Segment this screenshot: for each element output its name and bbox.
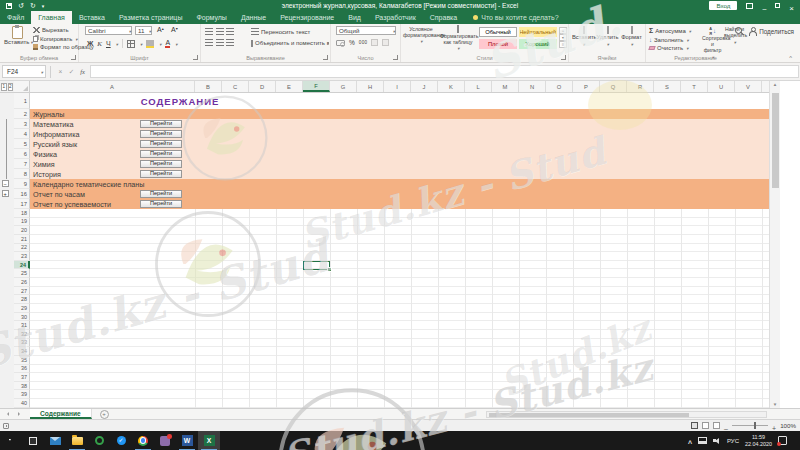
fill-button[interactable]: ↓Заполнить (649, 37, 691, 43)
ribbon-tab-Разметка страницы[interactable]: Разметка страницы (112, 11, 190, 24)
paste-button[interactable]: Вставить (4, 26, 30, 45)
row-header-36[interactable]: 36 (14, 365, 30, 374)
empty-cells[interactable] (30, 321, 769, 330)
column-header-P[interactable]: P (573, 81, 600, 92)
page-break-view-icon[interactable] (713, 422, 720, 429)
row-header-21[interactable]: 21 (14, 235, 30, 244)
column-header-D[interactable]: D (249, 81, 276, 92)
row-header-9[interactable]: 9 (14, 179, 30, 189)
number-format-select[interactable]: Общий (336, 26, 396, 35)
row-header-18[interactable]: 18 (14, 209, 30, 218)
taskbar-chrome-icon[interactable] (132, 431, 154, 450)
column-header-V[interactable]: V (735, 81, 762, 92)
scroll-up-icon[interactable] (770, 82, 780, 87)
share-button[interactable]: Поделиться (748, 27, 794, 35)
empty-cells[interactable] (30, 330, 769, 339)
row-header-23[interactable]: 23 (14, 252, 30, 261)
column-header-O[interactable]: O (546, 81, 573, 92)
outline-expand-button[interactable] (2, 190, 9, 197)
vertical-scrollbar[interactable] (769, 81, 780, 408)
ribbon-tab-Данные[interactable]: Данные (234, 11, 273, 24)
column-header-M[interactable]: M (492, 81, 519, 92)
row-header-33[interactable]: 33 (14, 339, 30, 348)
column-header-I[interactable]: I (384, 81, 411, 92)
gallery-down-icon[interactable] (559, 34, 567, 41)
column-header-L[interactable]: L (465, 81, 492, 92)
row-header-4[interactable]: 4 (14, 129, 30, 139)
ribbon-tab-Вид[interactable]: Вид (341, 11, 368, 24)
font-family-select[interactable]: Calibri (85, 26, 132, 35)
delete-cells-button[interactable]: Удалить (596, 27, 619, 48)
cell-style-Обычный[interactable]: Обычный (479, 27, 517, 37)
customize-qat-icon[interactable] (42, 2, 45, 9)
go-button-Математика[interactable]: Перейти (140, 120, 182, 128)
empty-cells[interactable] (30, 235, 769, 244)
row-header-28[interactable]: 28 (14, 295, 30, 304)
row-2-cells[interactable]: Журналы (30, 109, 769, 119)
taskbar-word-icon[interactable]: W (176, 431, 198, 450)
action-center-icon[interactable] (778, 436, 787, 445)
row-header-26[interactable]: 26 (14, 278, 30, 287)
outline-level-1-button[interactable]: 1 (1, 83, 7, 91)
worksheet-grid[interactable]: 1СОДЕРЖАНИЕ2Журналы3МатематикаПерейти4Ин… (0, 93, 769, 408)
undo-icon[interactable] (18, 2, 24, 9)
row-4-cells[interactable]: ИнформатикаПерейти (30, 129, 769, 139)
close-icon[interactable] (789, 0, 794, 15)
font-size-select[interactable]: 11 (135, 26, 152, 35)
empty-cells[interactable] (30, 365, 769, 374)
format-cells-button[interactable]: Формат (620, 27, 643, 48)
row-header-30[interactable]: 30 (14, 313, 30, 322)
page-layout-view-icon[interactable] (702, 422, 709, 429)
maximize-icon[interactable] (775, 3, 780, 8)
column-header-W[interactable]: W (762, 81, 769, 92)
row-header-37[interactable]: 37 (14, 373, 30, 382)
sheet-nav-right-icon[interactable] (13, 409, 26, 419)
zoom-slider[interactable] (732, 425, 768, 427)
taskbar-start-icon[interactable] (0, 431, 22, 450)
row-header-38[interactable]: 38 (14, 382, 30, 391)
conditional-formatting-button[interactable]: Условное форматирование (403, 26, 439, 45)
ribbon-tab-Справка[interactable]: Справка (423, 11, 464, 24)
redo-icon[interactable] (30, 2, 36, 9)
language-indicator[interactable]: РУС (727, 438, 739, 444)
row-header-20[interactable]: 20 (14, 226, 30, 235)
column-header-N[interactable]: N (519, 81, 546, 92)
decrease-decimal-icon[interactable] (382, 39, 389, 46)
grow-font-icon[interactable]: А (157, 26, 164, 33)
go-button-Отчет по часам[interactable]: Перейти (140, 190, 182, 198)
find-select-button[interactable]: Найти и выделить (724, 27, 745, 46)
row-header-39[interactable]: 39 (14, 390, 30, 399)
cancel-icon[interactable]: × (55, 68, 66, 75)
percent-format-icon[interactable]: % (349, 39, 355, 46)
volume-icon[interactable] (713, 437, 721, 445)
row-header-32[interactable]: 32 (14, 330, 30, 339)
shrink-font-icon[interactable]: А (171, 26, 178, 33)
row-5-cells[interactable]: Русский языкПерейти (30, 139, 769, 149)
empty-cells[interactable] (30, 244, 769, 253)
row-9-cells[interactable]: Календарно тематические планы (30, 179, 769, 189)
empty-cells[interactable] (30, 295, 769, 304)
sheet-tab-active[interactable]: Содержание (30, 409, 92, 419)
row-7-cells[interactable]: ХимияПерейти (30, 159, 769, 169)
taskbar-messenger-icon[interactable] (110, 431, 132, 450)
go-button-Физика[interactable]: Перейти (140, 150, 182, 158)
ribbon-tab-Вставка[interactable]: Вставка (72, 11, 112, 24)
column-header-G[interactable]: G (330, 81, 357, 92)
column-header-Q[interactable]: Q (600, 81, 627, 92)
ribbon-tab-Формулы[interactable]: Формулы (189, 11, 233, 24)
go-button-Информатика[interactable]: Перейти (140, 130, 182, 138)
column-header-J[interactable]: J (411, 81, 438, 92)
gallery-more-icon[interactable] (559, 41, 567, 48)
empty-cells[interactable] (30, 226, 769, 235)
row-header-17[interactable]: 17 (14, 199, 30, 209)
empty-cells[interactable] (30, 382, 769, 391)
ribbon-tab-Главная[interactable]: Главная (31, 11, 72, 24)
row-16-cells[interactable]: Отчет по часамПерейти (30, 189, 769, 199)
row-header-5[interactable]: 5 (14, 139, 30, 149)
cell-style-Нейтральный[interactable]: Нейтральный (519, 27, 557, 37)
column-header-F[interactable]: F (303, 81, 330, 92)
row-header-27[interactable]: 27 (14, 287, 30, 296)
row-header-2[interactable]: 2 (14, 109, 30, 119)
row-header-35[interactable]: 35 (14, 356, 30, 365)
empty-cells[interactable] (30, 399, 769, 408)
